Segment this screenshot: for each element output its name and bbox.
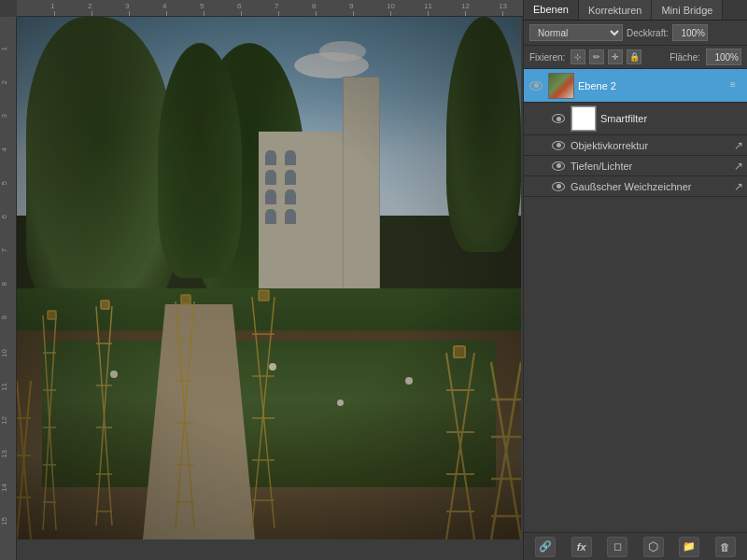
filter-edit-icon-2: ↗ <box>734 180 743 193</box>
layer-name-ebene2: Ebene 2 <box>578 80 726 91</box>
ruler-h-mark-8: 8 <box>312 3 316 10</box>
filter-objektivkorrektur[interactable]: Objektivkorrektur ↗ <box>524 135 747 156</box>
layers-panel: NormalMultiplizierenAbblendenAufhellenÜb… <box>524 21 747 197</box>
filter-edit-icon-0: ↗ <box>734 139 743 152</box>
ruler-v-mark-11: 11 <box>1 383 8 391</box>
filter-gaussian[interactable]: Gaußscher Weichzeichner ↗ <box>524 176 747 197</box>
fix-row: Fixieren: ⊹ ✏ ✛ 🔒 Fläche: <box>524 46 747 69</box>
rose-bed <box>42 341 496 487</box>
ruler-v-mark-14: 14 <box>1 483 8 492</box>
delete-button[interactable]: 🗑 <box>715 537 736 557</box>
ruler-h-mark-2: 2 <box>88 3 92 10</box>
ruler-h-mark-3: 3 <box>125 3 129 10</box>
tab-mini-bridge[interactable]: Mini Bridge <box>652 0 723 20</box>
ruler-v-mark-2: 2 <box>1 80 8 84</box>
eye-icon <box>529 81 543 91</box>
fix-icons: ⊹ ✏ ✛ 🔒 <box>571 49 664 64</box>
ruler-v-mark-15: 15 <box>1 517 8 525</box>
fix-brush-icon[interactable]: ✏ <box>589 49 604 64</box>
layers-panel-container: Ebenen Korrekturen Mini Bridge NormalMul… <box>523 0 747 560</box>
ruler-h-mark-12: 12 <box>461 3 470 10</box>
layer-name-smartfilter: Smartfilter <box>600 113 743 124</box>
layer-thumb-white <box>571 106 596 131</box>
panel-bottom-toolbar: 🔗 fx ◻ ⬡ 📁 🗑 <box>524 532 747 560</box>
mask-button[interactable]: ⬡ <box>643 537 664 557</box>
opacity-input[interactable] <box>672 24 708 41</box>
ruler-v-mark-5: 5 <box>1 181 8 185</box>
ruler-h-mark-7: 7 <box>275 3 278 10</box>
fix-move-icon[interactable]: ✛ <box>608 49 623 64</box>
blend-mode-row: NormalMultiplizierenAbblendenAufhellenÜb… <box>524 21 747 46</box>
layer-options-icon: ≡ <box>730 79 743 92</box>
eye-pupil-tiefen <box>557 163 561 168</box>
eye-icon-smartfilter <box>552 114 565 123</box>
ruler-h-mark-1: 1 <box>50 3 54 10</box>
ruler-v-mark-12: 12 <box>1 416 8 425</box>
layer-thumb-img <box>549 74 573 98</box>
eye-pupil-smartfilter <box>557 117 561 121</box>
ruler-v-mark-13: 13 <box>1 450 8 458</box>
ruler-v-mark-7: 7 <box>1 248 8 252</box>
filter-edit-icon-1: ↗ <box>734 160 743 173</box>
ruler-h-mark-13: 13 <box>499 3 507 10</box>
filter-name-gaussian: Gaußscher Weichzeichner <box>571 181 730 192</box>
fx-button[interactable]: fx <box>571 537 592 557</box>
vertical-ruler: 123456789101112131415 <box>0 17 17 560</box>
layer-ebene2[interactable]: Ebene 2 ≡ <box>524 69 747 103</box>
ruler-h-mark-10: 10 <box>387 3 395 10</box>
eye-pupil-obj <box>557 143 561 147</box>
fixieren-label: Fixieren: <box>529 52 565 63</box>
layer-thumb-smartfilter <box>571 105 597 132</box>
layer-thumb-ebene2 <box>548 73 574 99</box>
ruler-h-mark-9: 9 <box>349 3 353 10</box>
layer-smartfilter-parent[interactable]: Smartfilter <box>524 103 747 135</box>
ruler-v-mark-9: 9 <box>1 315 8 319</box>
layer-visibility-gaussian[interactable] <box>550 178 567 195</box>
tree-left <box>26 17 176 304</box>
ruler-v-mark-6: 6 <box>1 215 8 218</box>
filter-name-tiefen: Tiefen/Lichter <box>571 161 730 172</box>
eye-icon-gaussian <box>552 182 565 191</box>
layer-visibility-smartfilter[interactable] <box>550 110 567 127</box>
fill-input[interactable] <box>706 49 741 65</box>
flaeche-label: Fläche: <box>669 52 700 63</box>
fix-lock-icon[interactable]: 🔒 <box>627 49 641 64</box>
ruler-v-mark-4: 4 <box>1 147 8 151</box>
ruler-h-mark-5: 5 <box>200 3 204 10</box>
ruler-v-mark-8: 8 <box>1 282 8 286</box>
panel-tabs: Ebenen Korrekturen Mini Bridge <box>524 0 747 21</box>
fix-position-icon[interactable]: ⊹ <box>571 49 585 64</box>
eye-icon-tiefen <box>552 161 565 171</box>
deckkraft-label: Deckkraft: <box>627 28 669 38</box>
blend-mode-select[interactable]: NormalMultiplizierenAbblendenAufhellenÜb… <box>529 24 623 41</box>
layer-visibility-ebene2[interactable] <box>528 77 544 94</box>
ruler-v-mark-3: 3 <box>1 114 8 118</box>
building-body <box>259 132 380 315</box>
tab-korrekturen[interactable]: Korrekturen <box>579 0 652 20</box>
canvas-area <box>17 17 523 560</box>
link-layers-button[interactable]: 🔗 <box>535 537 556 557</box>
eye-icon-obj <box>552 141 565 150</box>
adjustment-button[interactable]: ◻ <box>607 537 627 557</box>
photo-canvas <box>17 17 521 539</box>
layer-visibility-objektivkorrektur[interactable] <box>550 137 567 154</box>
filter-name-objektivkorrektur: Objektivkorrektur <box>571 140 730 151</box>
eye-pupil-gaussian <box>557 184 561 189</box>
layer-visibility-tiefen[interactable] <box>550 158 567 175</box>
filter-tiefen-lichter[interactable]: Tiefen/Lichter ↗ <box>524 156 747 176</box>
ruler-v-mark-10: 10 <box>1 349 8 357</box>
tree-right <box>446 17 521 252</box>
tree-mid <box>158 43 242 278</box>
new-group-button[interactable]: 📁 <box>679 537 699 557</box>
tab-ebenen[interactable]: Ebenen <box>524 0 579 20</box>
eye-pupil <box>534 83 539 88</box>
ruler-h-mark-6: 6 <box>237 3 241 10</box>
ruler-v-mark-1: 1 <box>1 47 8 50</box>
ruler-h-mark-4: 4 <box>162 3 166 10</box>
ruler-h-mark-11: 11 <box>424 3 432 10</box>
